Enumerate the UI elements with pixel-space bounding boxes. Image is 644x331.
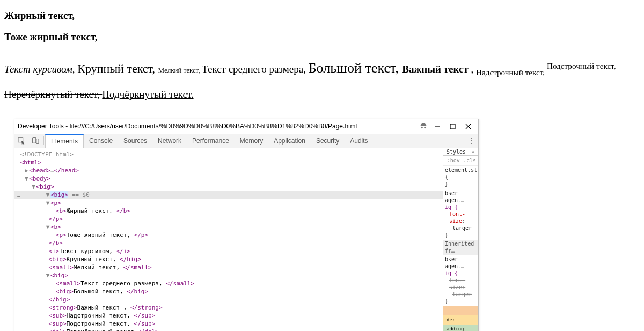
svg-rect-1 xyxy=(450,124,455,129)
tab-application[interactable]: Application xyxy=(268,134,311,148)
ins-text: Подчёркнутый текст. xyxy=(102,89,193,100)
rule2-val: larger xyxy=(452,291,472,297)
close-brace: } xyxy=(445,181,477,188)
devtools-window: Developer Tools - file:///C:/Users/user/… xyxy=(14,119,479,331)
styles-tab[interactable]: Styles xyxy=(443,148,469,155)
maximize-button[interactable] xyxy=(449,123,456,130)
devtools-title: Developer Tools - file:///C:/Users/user/… xyxy=(18,123,413,130)
minimize-button[interactable] xyxy=(434,123,441,130)
element-style-label: element.style { xyxy=(445,167,477,181)
devtools-titlebar[interactable]: Developer Tools - file:///C:/Users/user/… xyxy=(14,119,478,134)
tab-elements[interactable]: Elements xyxy=(45,134,84,148)
device-icon[interactable] xyxy=(28,137,42,145)
dom-tree[interactable]: <!DOCTYPE html> <html> ▶<head>…</head> ▼… xyxy=(14,148,443,331)
sup-text: Подстрочный текст, xyxy=(547,61,616,70)
strong-text: Важный текст xyxy=(402,63,471,75)
tab-network[interactable]: Network xyxy=(152,134,187,148)
bold-text-1: Жирный текст, xyxy=(4,10,75,21)
sub-text: Надстрочный текст, xyxy=(476,68,547,77)
incognito-icon xyxy=(413,122,434,131)
devtools-toolbar: ElementsConsoleSourcesNetworkPerformance… xyxy=(14,134,478,148)
rule1-selector-line1: bser agent… xyxy=(445,190,464,203)
rule1-selector-line2: ig { xyxy=(445,204,458,210)
tab-security[interactable]: Security xyxy=(311,134,345,148)
hov-toggle[interactable]: :hov xyxy=(447,157,460,164)
styles-pane: Styles » :hov .cls element.style { } bse… xyxy=(443,148,478,331)
css-rule-2[interactable]: bser agent… ig { font-size: larger } xyxy=(443,255,478,306)
tab-performance[interactable]: Performance xyxy=(187,134,235,148)
rule2-selector-line1: bser agent… xyxy=(445,256,464,269)
rule2-selector-line2: ig { xyxy=(445,270,458,276)
cls-toggle[interactable]: .cls xyxy=(463,157,476,164)
big-text: Крупный текст, xyxy=(77,62,158,75)
italic-text: Текст курсивом, xyxy=(4,63,77,75)
bold-text-2: Тоже жирный текст, xyxy=(4,31,640,43)
chevron-right-icon[interactable]: » xyxy=(469,148,477,155)
box-model[interactable]: - der- adding- auto × auto - xyxy=(443,306,478,331)
text-row: Текст курсивом, Крупный текст, Мелкий те… xyxy=(4,53,640,106)
close-brace: } xyxy=(445,298,477,305)
del-text: Перечёркнутый текст, xyxy=(4,89,102,100)
close-button[interactable] xyxy=(465,123,472,130)
more-icon[interactable]: ⋮ xyxy=(464,136,478,145)
inspect-icon[interactable] xyxy=(14,137,28,145)
rule1-val: larger xyxy=(452,225,472,231)
comma: , xyxy=(471,63,477,75)
inherited-label: Inherited fr… xyxy=(443,240,478,255)
tab-memory[interactable]: Memory xyxy=(235,134,268,148)
svg-rect-6 xyxy=(36,139,39,144)
mid-text: Текст среднего размера, xyxy=(202,63,309,75)
tab-console[interactable]: Console xyxy=(84,134,118,148)
close-brace: } xyxy=(445,232,477,239)
svg-rect-5 xyxy=(33,138,36,143)
bigger-text: Большой текст, xyxy=(309,60,402,76)
css-rule-1[interactable]: bser agent… ig { font-size: larger } xyxy=(443,189,478,240)
box-border-label: der xyxy=(447,316,455,323)
small-text: Мелкий текст, xyxy=(158,66,202,74)
box-padding-label: adding xyxy=(447,326,464,331)
tab-sources[interactable]: Sources xyxy=(118,134,152,148)
rendered-page: Жирный текст, Тоже жирный текст, Текст к… xyxy=(4,10,640,106)
divider xyxy=(43,136,44,145)
tab-audits[interactable]: Audits xyxy=(345,134,373,148)
rule1-prop: font-size xyxy=(449,211,465,224)
element-style-rule[interactable]: element.style { } xyxy=(443,166,478,189)
